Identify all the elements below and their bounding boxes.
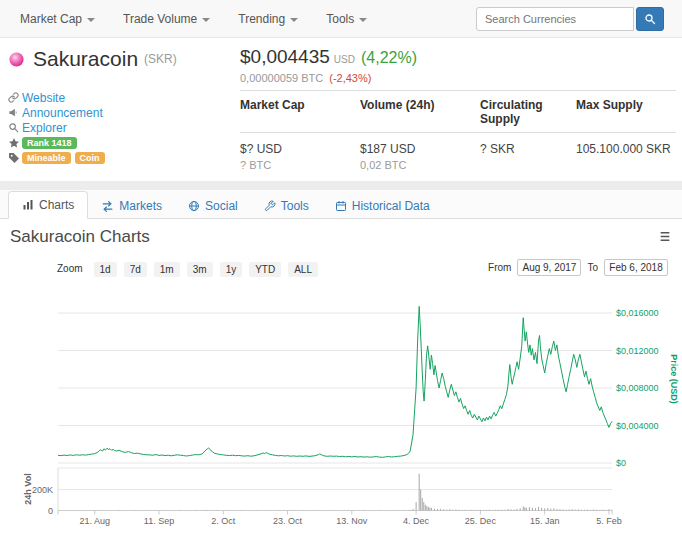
price-axis-tick-label: $0,012000 [616,346,659,356]
volume-bar [593,509,594,510]
coin-symbol: (SKR) [144,52,177,66]
volume-bar [471,510,472,511]
stat-label-circulating-supply: Circulating Supply [480,91,576,133]
volume-bar [599,510,600,511]
tag-icon [8,152,22,164]
volume-bar [425,505,426,511]
volume-bar [553,508,554,510]
tab-historical-data[interactable]: Historical Data [322,193,443,219]
volume-bar [538,507,539,511]
volume-bar [474,510,475,511]
volume-bar [605,510,606,511]
volume-bar [431,508,432,511]
price-volume-chart[interactable]: $0$0,004000$0,008000$0,012000$0,01600002… [0,285,682,533]
bar-chart-icon [22,199,34,211]
coin-link-website[interactable]: Website [8,90,228,105]
chart-title: Sakuracoin Charts [10,227,150,247]
chevron-down-icon [359,18,367,22]
coin-link-label[interactable]: Website [22,91,65,105]
search-input[interactable] [476,7,634,31]
search-icon [644,13,656,25]
volume-bar [575,510,576,511]
tab-social[interactable]: Social [175,193,251,219]
price-btc-change: (-2,43%) [329,72,371,84]
stat-value-sub: ? BTC [240,156,360,171]
zoom-controls: Zoom 1d7d1m3m1yYTDALL [57,259,318,277]
zoom-button-3m[interactable]: 3m [187,262,213,277]
globe-icon [188,200,200,212]
volume-bar [495,510,496,511]
rank-row: Rank 1418 [8,135,228,150]
coin-link-explorer[interactable]: Explorer [8,120,228,135]
price-line [58,306,612,457]
zoom-button-ytd[interactable]: YTD [249,262,281,277]
zoom-button-all[interactable]: ALL [288,262,318,277]
volume-bar [556,509,557,511]
tab-markets[interactable]: Markets [88,193,175,219]
stat-value-volume-24h: $187 USD0,02 BTC [360,133,480,171]
nav-item-tools[interactable]: Tools [326,12,367,26]
volume-axis-tick-label: 0 [48,506,53,516]
stat-value-sub: 0,02 BTC [360,156,480,171]
tab-tools[interactable]: Tools [251,193,322,219]
volume-bar [426,506,427,510]
nav-item-market-cap[interactable]: Market Cap [20,12,95,26]
tag-badge-mineable[interactable]: Mineable [22,152,71,164]
coin-link-label[interactable]: Explorer [22,121,67,135]
volume-bar [455,509,456,510]
tab-label: Markets [119,199,162,213]
x-axis-tick-label: 23. Oct [273,516,303,526]
volume-bar [423,502,424,510]
coin-name: Sakuracoin [33,47,138,71]
search-icon [8,122,22,133]
volume-bar [532,508,533,511]
zoom-label: Zoom [57,263,83,274]
coin-logo [8,51,25,68]
top-navbar: Market CapTrade VolumeTrendingTools [0,0,682,38]
exchange-icon [101,200,114,213]
coin-link-label[interactable]: Announcement [22,106,103,120]
volume-bar [437,509,438,510]
stat-label-market-cap: Market Cap [240,91,360,133]
tag-badge-coin[interactable]: Coin [75,152,105,164]
volume-bar [492,510,493,511]
stats-table: Market CapVolume (24h)Circulating Supply… [240,90,676,171]
volume-bar [547,508,548,511]
chart-menu-button[interactable] [658,229,672,247]
volume-bar [429,508,430,511]
price-btc-row: 0,00000059 BTC (-2,43%) [240,72,371,84]
wrench-icon [264,200,276,212]
volume-bar [498,510,499,511]
nav-item-trade-volume[interactable]: Trade Volume [123,12,210,26]
volume-bar [596,510,597,511]
to-date-input[interactable] [604,259,668,276]
volume-bar [443,509,444,510]
zoom-button-1d[interactable]: 1d [94,262,117,277]
coin-link-announcement[interactable]: Announcement [8,105,228,120]
volume-bar [501,510,502,511]
volume-bar [581,510,582,511]
x-axis-tick-label: 2. Oct [211,516,236,526]
rank-badge: Rank 1418 [22,137,77,149]
price-change-percent: (4,22%) [361,49,417,67]
price-axis-title: Price (USD) [669,354,679,404]
volume-bar [529,507,530,510]
from-date-input[interactable] [517,259,581,276]
stat-value-max-supply: 105.100.000 SKR [576,133,676,171]
volume-bar [452,510,453,511]
calendar-icon [335,200,347,212]
zoom-button-7d[interactable]: 7d [124,262,147,277]
zoom-button-1m[interactable]: 1m [154,262,180,277]
nav-item-trending[interactable]: Trending [238,12,298,26]
tab-charts[interactable]: Charts [8,191,88,219]
stat-value-market-cap: $? USD? BTC [240,133,360,171]
volume-bar [541,508,542,511]
zoom-button-1y[interactable]: 1y [220,262,243,277]
price-axis-tick-label: $0,004000 [616,421,659,431]
volume-bar [477,510,478,511]
search-button[interactable] [636,7,664,31]
volume-bar [550,509,551,511]
volume-bar [544,508,545,510]
link-icon [8,92,22,103]
volume-axis-tick-label: 200K [32,485,53,495]
